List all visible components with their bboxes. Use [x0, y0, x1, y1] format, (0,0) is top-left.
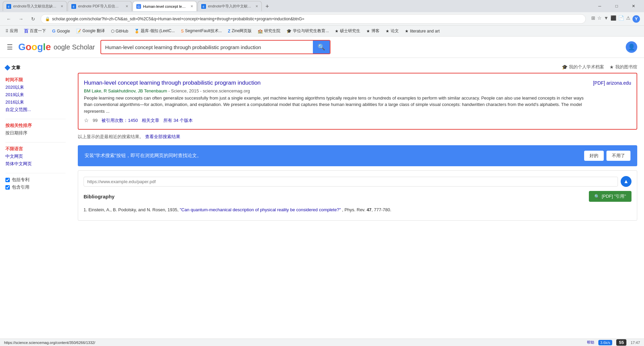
- view-all-results-link[interactable]: 查看全部搜索结果: [145, 134, 180, 139]
- logo-g: Google: [18, 42, 51, 52]
- install-no-button[interactable]: 不用了: [606, 151, 630, 161]
- sidebar-lang-all[interactable]: 不限语言: [5, 145, 66, 153]
- author-lake[interactable]: BM Lake: [84, 88, 101, 93]
- bookmark-leetcode[interactable]: 🏅 题库·领扣 (LeetC...: [132, 27, 178, 35]
- sidebar-patent-checkbox[interactable]: 包括专利: [5, 176, 66, 183]
- sidebar-sort-section: 按相关性排序 按日期排序: [5, 122, 66, 137]
- user-avatar[interactable]: 👤: [626, 41, 637, 53]
- patent-checkbox-input[interactable]: [5, 178, 10, 182]
- baidu-icon: 百: [24, 28, 28, 34]
- cite-search-button[interactable]: 🔍 [PDF] "引用": [589, 191, 631, 202]
- pdf-arizona-link[interactable]: [PDF] arizona.edu: [593, 80, 631, 86]
- result-actions: ☆ 99 被引用次数：1450 相关文章 所有 34 个版本: [84, 117, 586, 124]
- bib-link[interactable]: "Can quantum-mechanical description of p…: [180, 207, 341, 212]
- tab-3-close[interactable]: ✕: [190, 4, 193, 8]
- bookmark-master[interactable]: ★ 硕士研究生: [332, 27, 363, 35]
- avatar-icon: 👤: [628, 43, 635, 51]
- bookmark-translate[interactable]: 📝 Google 翻译: [73, 27, 108, 35]
- install-banner-buttons: 好的 不用了: [584, 151, 630, 161]
- cited-by-link[interactable]: 被引用次数：1450: [101, 117, 138, 124]
- bibliography-item-1: 1. Einstein, A., B. Podolsky, and N. Ros…: [84, 205, 631, 215]
- near-result-notice: 以上显示的是最相近的搜索结果。 查看全部搜索结果: [78, 134, 637, 140]
- sidebar-time-2020[interactable]: 2020以来: [5, 84, 66, 91]
- bookmark-litart[interactable]: ★ literature and art: [402, 27, 442, 35]
- bookmark-apps[interactable]: ⠿ 应用: [3, 27, 21, 35]
- account-icon[interactable]: Y: [632, 15, 640, 23]
- profile-meta-icon: 🎓: [562, 64, 568, 70]
- bookmark-baidu[interactable]: 百 百度一下: [21, 27, 49, 36]
- back-button[interactable]: ←: [4, 14, 14, 24]
- hamburger-menu[interactable]: ☰: [7, 43, 13, 51]
- forward-button[interactable]: →: [16, 14, 26, 24]
- sidebar-lang-chinese[interactable]: 中文网页: [5, 153, 66, 160]
- bookmark-google[interactable]: G Google: [49, 27, 73, 35]
- minimize-button[interactable]: ─: [592, 1, 607, 11]
- bookmark-github[interactable]: ⬡ GitHub: [108, 27, 131, 35]
- citations-label: 包含引用: [12, 184, 29, 190]
- tab-4[interactable]: E endnote中导入的中文献信息... ✕: [198, 1, 262, 11]
- sidebar-citations-checkbox[interactable]: 包含引用: [5, 183, 66, 191]
- tab-1-close[interactable]: ✕: [61, 4, 63, 8]
- bookmark-icon[interactable]: ☆: [597, 15, 602, 23]
- pdf-url-input[interactable]: [84, 177, 618, 187]
- star-button[interactable]: ☆: [84, 117, 89, 124]
- sidebar-time-custom[interactable]: 自定义范围...: [5, 106, 66, 113]
- profile-icon[interactable]: ▼: [604, 15, 608, 23]
- my-library-link[interactable]: ★ 我的图书馆: [610, 64, 637, 70]
- sidebar-time-unlimited[interactable]: 时间不限: [5, 76, 66, 84]
- warning-icon[interactable]: ⚠: [626, 15, 630, 23]
- bookmark-segfault-label: SegmentFault技术...: [185, 28, 222, 34]
- tab-2-close[interactable]: ✕: [125, 4, 128, 8]
- svg-text:E: E: [73, 5, 75, 8]
- library-meta-icon: ★: [610, 64, 614, 70]
- pdf-upload-button[interactable]: ▲: [621, 176, 631, 187]
- extensions-icon[interactable]: ⬛: [611, 15, 616, 23]
- bookmark-grad[interactable]: 🏫 研究生院: [255, 27, 283, 35]
- bookmark-blog[interactable]: ★ 博客: [364, 27, 382, 35]
- my-profile-label: 我的个人学术档案: [569, 64, 604, 70]
- url-bar[interactable]: 🔒 scholar.google.com/scholar?hl=zh-CN&as…: [41, 14, 586, 24]
- tab-1[interactable]: E endnote导入文献信息缺失怎么... ✕: [3, 1, 67, 11]
- pdf-lookup-box: ▲ Bibliography 🔍 [PDF] "引用" 1. Einstein,…: [78, 170, 637, 221]
- result-snippet: People learning new concepts can often g…: [84, 95, 586, 115]
- bookmark-gradschool[interactable]: 🎓 学位与研究生教育...: [284, 27, 331, 35]
- sidebar-divider-2: [5, 142, 66, 143]
- zine-icon: Z: [228, 29, 230, 34]
- tab-4-close[interactable]: ✕: [255, 4, 258, 8]
- tab-bar: E endnote导入文献信息缺失怎么... ✕ E endnote PDF导入…: [3, 1, 591, 11]
- sidebar-sort-date[interactable]: 按日期排序: [5, 129, 66, 137]
- sidebar-lang-simplified[interactable]: 简体中文网页: [5, 160, 66, 168]
- sidebar-time-2016[interactable]: 2016以来: [5, 99, 66, 106]
- maximize-button[interactable]: □: [609, 1, 624, 11]
- bookmark-zine[interactable]: Z Zine网页版: [225, 27, 255, 35]
- cite-search-label: [PDF] "引用": [602, 193, 626, 199]
- sidebar-sort-relevance[interactable]: 按相关性排序: [5, 122, 66, 129]
- install-yes-button[interactable]: 好的: [584, 151, 604, 161]
- sidebar-article-section: 文章: [5, 65, 66, 71]
- author-salakh[interactable]: R Salakhutdinov: [104, 88, 136, 93]
- apps-icon: ⠿: [5, 29, 8, 34]
- sidebar-time-2019[interactable]: 2019以来: [5, 91, 66, 99]
- tab-2[interactable]: E endnote PDF导入后信息不全, ✕: [68, 1, 132, 11]
- search-button[interactable]: 🔍: [313, 41, 330, 53]
- bookmark-paper[interactable]: ★ 论文: [383, 27, 401, 35]
- svg-text:E: E: [203, 5, 205, 8]
- tab-4-icon: E: [201, 4, 206, 9]
- refresh-button[interactable]: ↻: [28, 14, 38, 24]
- close-button[interactable]: ✕: [626, 1, 641, 11]
- author-tenenbaum[interactable]: JB Tenenbaum: [138, 88, 167, 93]
- related-articles-link[interactable]: 相关文章: [142, 117, 159, 124]
- new-tab-button[interactable]: +: [262, 2, 272, 11]
- bookmark-litart-label: literature and art: [410, 29, 439, 34]
- translate-icon[interactable]: ⊞: [591, 15, 595, 23]
- search-input[interactable]: [101, 42, 313, 53]
- bookmark-zine-label: Zine网页版: [232, 28, 252, 34]
- tab-3[interactable]: G Human-level concept learning... ✕: [133, 1, 197, 11]
- bookmark-segfault[interactable]: S SegmentFault技术...: [178, 27, 225, 35]
- my-profile-link[interactable]: 🎓 我的个人学术档案: [562, 64, 604, 70]
- result-title[interactable]: Human-level concept learning through pro…: [84, 79, 586, 87]
- citations-checkbox-input[interactable]: [5, 185, 10, 190]
- page-content: ☰ Google oogle Scholar 🔍 👤 文章: [0, 37, 644, 335]
- all-versions-link[interactable]: 所有 34 个版本: [163, 117, 193, 124]
- pdf-icon[interactable]: 📄: [618, 15, 624, 23]
